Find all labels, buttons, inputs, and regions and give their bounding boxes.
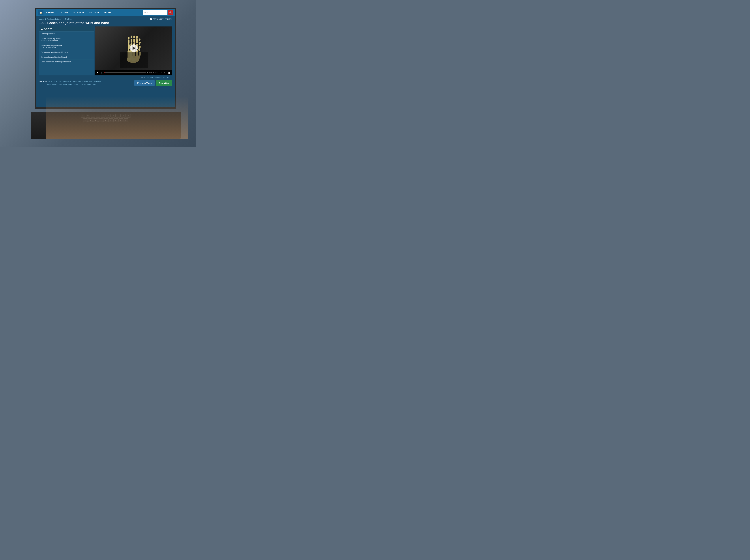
main-layout: ☰ JUMP TO Metacarpal bones Carpal tunnel… — [39, 26, 172, 76]
svg-rect-21 — [133, 36, 135, 38]
svg-rect-17 — [136, 39, 138, 43]
up-next-link[interactable]: 1.3.3 Bones and joints of the fingers — [145, 76, 172, 78]
previous-video-button[interactable]: Previous Video — [134, 80, 155, 86]
svg-rect-23 — [139, 38, 141, 41]
play-button[interactable] — [130, 44, 138, 52]
nav-videos[interactable]: VIDEOS ▲ — [45, 11, 58, 15]
video-controls: ▶ 🔈 0:00 / 3:24 CC 1x — [95, 70, 172, 76]
jump-to-header: ☰ JUMP TO — [39, 26, 94, 32]
page-title: 1.3.2 Bones and joints of the wrist and … — [39, 21, 172, 25]
search-container: 🔍 — [143, 10, 173, 15]
jump-item-0[interactable]: Metacarpal bones — [39, 32, 94, 36]
transcript-button[interactable]: 📄 TRANSCRIPT — [150, 18, 163, 20]
jump-item-5[interactable]: Deep transverse metacarpal ligament — [39, 60, 94, 64]
tag-scaphoid-bone[interactable]: scaphoid bone — [61, 83, 72, 85]
search-icon: 🔍 — [169, 11, 172, 14]
jump-item-3[interactable]: Carpometacarpal joints of fingers — [39, 50, 94, 55]
tag-hamate-bone[interactable]: hamate bone — [82, 80, 92, 82]
next-video-button[interactable]: Next Video — [156, 80, 172, 86]
settings-button[interactable]: ⚙ — [163, 71, 166, 74]
bottom-section: See Also carpal tunnel | carpometacarpal… — [39, 80, 172, 86]
play-icon — [133, 46, 136, 50]
play-control-button[interactable]: ▶ — [96, 71, 99, 74]
email-icon: ✉ — [165, 18, 167, 20]
video-panel: ▶ 🔈 0:00 / 3:24 CC 1x — [95, 26, 172, 76]
video-thumbnail[interactable] — [95, 26, 172, 70]
speed-button[interactable]: 1x — [159, 72, 162, 74]
cc-button[interactable]: CC — [155, 72, 158, 74]
tag-carpometacarpal-joint[interactable]: carpometacarpal joint — [59, 80, 75, 82]
jump-to-label: JUMP TO — [44, 28, 52, 30]
email-button[interactable]: ✉ EMAIL — [165, 18, 172, 20]
tag-fingers[interactable]: fingers — [76, 80, 81, 82]
see-also-section: See Also carpal tunnel | carpometacarpal… — [39, 80, 132, 85]
jump-item-1[interactable]: Carpal tunnel: dry bones;Hook of hamate … — [39, 36, 94, 43]
search-button[interactable]: 🔍 — [168, 10, 173, 15]
tag-thumb[interactable]: thumb — [74, 83, 78, 85]
tag-ligaments[interactable]: ligaments — [94, 80, 101, 82]
search-input[interactable] — [143, 10, 167, 15]
videos-chevron-icon: ▲ — [55, 12, 57, 14]
svg-rect-18 — [139, 42, 141, 45]
toolbar-right: 📄 TRANSCRIPT ✉ EMAIL — [150, 18, 172, 20]
breadcrumb-section[interactable]: The Hand — [65, 18, 72, 20]
svg-rect-20 — [131, 36, 132, 38]
jump-item-4[interactable]: Carpometacarpal joints of thumb — [39, 55, 94, 60]
svg-rect-13 — [138, 46, 141, 51]
jump-to-panel: ☰ JUMP TO Metacarpal bones Carpal tunnel… — [39, 26, 94, 76]
see-also-label: See Also — [39, 80, 46, 82]
time-display: 0:00 / 3:24 — [147, 72, 154, 74]
nav-exams[interactable]: EXAMS — [60, 11, 70, 15]
svg-rect-16 — [133, 39, 135, 43]
nav-az-index[interactable]: A-Z INDEX — [87, 11, 101, 15]
svg-rect-19 — [128, 37, 130, 39]
fullscreen-button[interactable]: ❚❚ — [167, 71, 171, 74]
keyboard-area: Q W E R T Y U I O P A S D F G H J K L — [31, 112, 181, 139]
tag-trapezium-bone[interactable]: trapezium bone — [80, 83, 91, 85]
breadcrumb: Volume 1: The Upper Extremity › The Hand — [39, 18, 73, 20]
progress-bar[interactable] — [104, 72, 146, 73]
top-navigation: 🏠 VIDEOS ▲ EXAMS GLOSSARY A-Z INDEX ABOU… — [36, 9, 175, 16]
home-button[interactable]: 🏠 — [38, 10, 43, 15]
content-area: Volume 1: The Upper Extremity › The Hand… — [36, 16, 175, 107]
tag-metacarpal-bone[interactable]: metacarpal bone — [47, 83, 60, 85]
nav-about[interactable]: ABOUT — [102, 11, 113, 15]
tag-carpal-tunnel[interactable]: carpal tunnel — [47, 80, 57, 82]
jump-to-icon: ☰ — [41, 28, 43, 30]
up-next-label: Up Next — [139, 76, 145, 78]
svg-rect-22 — [136, 36, 138, 39]
jump-item-2[interactable]: Tubercle of scaphoid bone;Crest of trape… — [39, 43, 94, 50]
breadcrumb-volume[interactable]: Volume 1: The Upper Extremity — [39, 18, 62, 20]
jump-to-items: Metacarpal bones Carpal tunnel: dry bone… — [39, 32, 94, 64]
nav-buttons: Previous Video Next Video — [134, 80, 172, 86]
nav-glossary[interactable]: GLOSSARY — [71, 11, 86, 15]
volume-button[interactable]: 🔈 — [100, 71, 103, 74]
tag-wrist[interactable]: wrist — [93, 83, 96, 85]
svg-rect-24 — [120, 52, 148, 68]
svg-rect-15 — [131, 39, 132, 43]
svg-rect-9 — [127, 44, 130, 49]
transcript-icon: 📄 — [150, 18, 152, 20]
svg-rect-14 — [128, 40, 130, 44]
progress-fill — [104, 72, 105, 73]
up-next-bar: Up Next 1.3.3 Bones and joints of the fi… — [39, 76, 172, 79]
